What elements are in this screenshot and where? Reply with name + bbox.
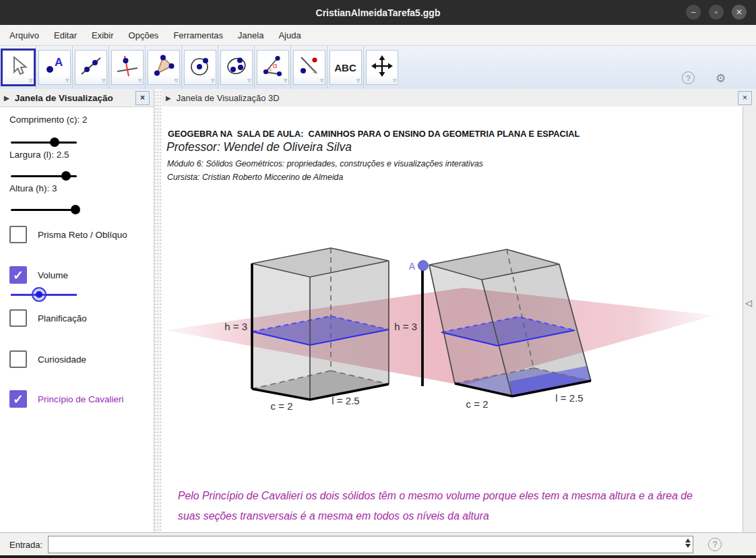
label-l-left: l = 2.5 <box>332 395 359 406</box>
slider-altura[interactable] <box>11 205 77 214</box>
label-h-right: h = 3 <box>394 321 417 332</box>
tool-dropdown-icon[interactable]: ▿ <box>138 76 142 85</box>
tool-dropdown-icon[interactable]: ▿ <box>65 76 69 85</box>
tool-dropdown-icon[interactable]: ▿ <box>393 76 397 85</box>
toolbar: ▿ A ▿ ▿ ▿ ▿ ▿ ▿ <box>0 46 756 90</box>
checkbox-row-prisma: ✓ Prisma Reto / Oblíquo <box>9 226 127 243</box>
checkbox-row-cavalieri: ✓ Princípio de Cavalieri <box>9 390 124 408</box>
slider-comprimento[interactable] <box>11 137 77 147</box>
point-tool-button[interactable]: A ▿ <box>38 50 71 85</box>
checkbox-label-curiosidade: Curiosidade <box>38 354 86 365</box>
oblique-prism-solid[interactable] <box>429 249 591 396</box>
menu-janela[interactable]: Janela <box>230 25 271 45</box>
panel-arrow-icon[interactable]: ▶ <box>4 94 9 102</box>
cursor-icon <box>7 55 30 80</box>
menu-bar: Arquivo Editar Exibir Opções Ferramentas… <box>0 25 756 46</box>
reflect-tool-button[interactable]: ▿ <box>293 50 325 85</box>
slider-largura[interactable] <box>11 171 77 181</box>
circle-tool-button[interactable]: ▿ <box>184 50 216 85</box>
close-button[interactable]: ✕ <box>732 5 747 20</box>
tool-dropdown-icon[interactable]: ▿ <box>102 76 106 85</box>
perpendicular-line-tool-button[interactable]: ▿ <box>111 50 144 85</box>
menu-opcoes[interactable]: Opções <box>121 25 166 45</box>
svg-text:α: α <box>273 61 278 69</box>
panel-close-icon[interactable]: × <box>135 91 150 105</box>
checkbox-label-cavalieri: Princípio de Cavalieri <box>38 394 124 404</box>
slider-thumb[interactable] <box>50 137 59 147</box>
menu-editar[interactable]: Editar <box>46 25 84 45</box>
checkbox-planificacao[interactable]: ✓ <box>9 309 27 327</box>
label-c-right: c = 2 <box>466 398 489 410</box>
checkbox-label-prisma: Prisma Reto / Oblíquo <box>38 230 127 240</box>
collapse-left-icon[interactable]: ◁ <box>745 298 752 308</box>
label-c-left: c = 2 <box>271 400 293 412</box>
cavalieri-scene: h = 3 h = 3 c = 2 l = 2.5 c = 2 l = 2.5 … <box>162 106 743 532</box>
algebra-input[interactable] <box>48 536 693 553</box>
label-h-left: h = 3 <box>224 321 247 332</box>
menu-ferramentas[interactable]: Ferramentas <box>166 25 230 45</box>
slider-track[interactable] <box>11 142 77 144</box>
move-view-tool-button[interactable]: ▿ <box>366 50 398 85</box>
checkbox-row-planificacao: ✓ Planificação <box>9 309 87 327</box>
input-history-spinner[interactable] <box>685 538 691 548</box>
perpendicular-line-icon <box>116 55 139 80</box>
slider-label-altura: Altura (h): 3 <box>9 183 57 193</box>
geogebra-window: CristianAlmeidaTarefa5.ggb – ▫ ✕ Arquivo… <box>0 0 756 558</box>
panel-arrow-icon[interactable]: ▶ <box>166 94 171 102</box>
ellipse-icon <box>225 55 248 80</box>
slider-label-largura: Largura (l): 2.5 <box>9 150 69 160</box>
polygon-tool-button[interactable]: ▿ <box>148 50 180 85</box>
right-prism-solid[interactable] <box>252 248 389 400</box>
move-tool-button[interactable]: ▿ <box>1 49 36 86</box>
checkbox-volume[interactable]: ✓ <box>9 266 27 284</box>
help-icon[interactable]: ? <box>682 71 695 84</box>
svg-text:A: A <box>55 56 63 69</box>
tool-dropdown-icon[interactable]: ▿ <box>356 76 360 85</box>
point-a[interactable] <box>418 261 429 271</box>
input-help-icon[interactable]: ? <box>708 538 722 551</box>
checkbox-curiosidade[interactable]: ✓ <box>9 350 27 368</box>
checkbox-cavalieri[interactable]: ✓ <box>9 390 27 408</box>
slider-track[interactable] <box>11 209 77 211</box>
graphics-3d-canvas[interactable]: GEOGEBRA NA SALA DE AULA: CAMINHOS PARA … <box>162 106 743 532</box>
tool-dropdown-icon[interactable]: ▿ <box>29 76 33 85</box>
graphics-view-title: Janela de Visualização <box>15 93 113 103</box>
tool-dropdown-icon[interactable]: ▿ <box>175 76 179 85</box>
ellipse-tool-button[interactable]: ▿ <box>220 50 253 85</box>
menu-ajuda[interactable]: Ajuda <box>271 25 308 45</box>
graphics-3d-panel: ▶ Janela de Visualização 3D × GEOGEBRA N… <box>162 89 756 532</box>
checkbox-row-volume: ✓ Volume <box>9 266 68 284</box>
checkbox-label-planificacao: Planificação <box>38 313 87 323</box>
circle-icon <box>189 55 212 80</box>
tool-dropdown-icon[interactable]: ▿ <box>284 76 288 85</box>
slider-thumb[interactable] <box>71 205 80 214</box>
tool-dropdown-icon[interactable]: ▿ <box>247 76 251 85</box>
window-bottom-edge <box>0 555 756 558</box>
input-label: Entrada: <box>9 540 42 550</box>
conclusion-text: Pelo Princípio de Cavalieri os dois sóli… <box>178 486 703 526</box>
tool-dropdown-icon[interactable]: ▿ <box>320 76 324 85</box>
volume-slider[interactable] <box>11 287 77 302</box>
minimize-button[interactable]: – <box>686 5 701 20</box>
checkbox-prisma[interactable]: ✓ <box>9 226 27 243</box>
tool-dropdown-icon[interactable]: ▿ <box>211 76 215 85</box>
graphics-view-header: ▶ Janela de Visualização × <box>0 89 154 107</box>
text-tool-button[interactable]: ABC ▿ <box>329 50 362 85</box>
menu-exibir[interactable]: Exibir <box>84 25 121 45</box>
point-icon: A <box>43 55 66 80</box>
checkbox-row-curiosidade: ✓ Curiosidade <box>9 350 86 368</box>
slider-label-comprimento: Comprimento (c): 2 <box>9 115 88 125</box>
graphics-3d-title: Janela de Visualização 3D <box>177 93 280 103</box>
input-bar: Entrada: ? <box>0 532 756 556</box>
move-view-icon <box>371 55 393 80</box>
maximize-button[interactable]: ▫ <box>709 5 724 20</box>
gear-icon[interactable]: ⚙ <box>716 71 726 86</box>
line-tool-button[interactable]: ▿ <box>75 50 107 85</box>
angle-tool-button[interactable]: α ▿ <box>257 50 289 85</box>
window-title: CristianAlmeidaTarefa5.ggb <box>316 7 441 18</box>
slider-thumb[interactable] <box>61 171 71 181</box>
reflect-icon <box>298 55 321 80</box>
label-point-a: A <box>409 261 416 272</box>
panel-close-icon[interactable]: × <box>738 91 752 105</box>
menu-arquivo[interactable]: Arquivo <box>0 25 46 45</box>
